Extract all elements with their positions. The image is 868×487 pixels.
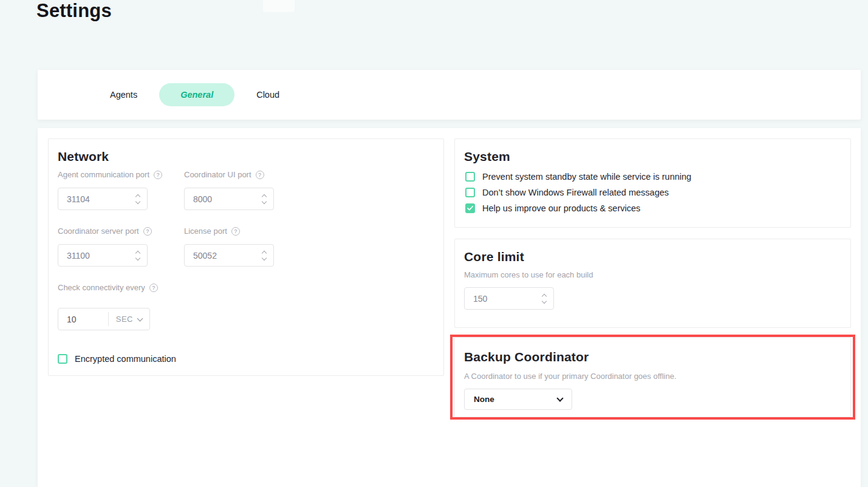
agent-communication-port-label: Agent communication port ? bbox=[58, 170, 162, 179]
checkbox-checked-icon[interactable] bbox=[465, 203, 475, 213]
chevron-up-icon[interactable] bbox=[262, 250, 267, 255]
chevron-up-icon[interactable] bbox=[135, 194, 140, 199]
checkbox-label: Help us improve our products & services bbox=[482, 203, 640, 213]
chevron-down-icon[interactable] bbox=[542, 298, 547, 303]
number-stepper[interactable] bbox=[262, 195, 266, 203]
chevron-down-icon[interactable] bbox=[262, 199, 267, 203]
field-label-text: Coordinator UI port bbox=[184, 170, 251, 179]
number-stepper[interactable] bbox=[136, 195, 140, 203]
checkmark-icon bbox=[467, 206, 473, 211]
coordinator-server-port-label: Coordinator server port ? bbox=[58, 226, 152, 236]
page-title: Settings bbox=[36, 0, 112, 22]
input-value: 50052 bbox=[193, 251, 262, 261]
chevron-down-icon[interactable] bbox=[135, 255, 140, 260]
input-value: 31100 bbox=[67, 251, 136, 261]
checkbox-unchecked-icon[interactable] bbox=[465, 172, 475, 182]
coordinator-ui-port-input[interactable]: 8000 bbox=[184, 188, 274, 210]
help-icon[interactable]: ? bbox=[154, 171, 162, 179]
tab-cloud[interactable]: Cloud bbox=[242, 83, 294, 106]
help-icon[interactable]: ? bbox=[231, 227, 240, 236]
chevron-down-icon bbox=[137, 315, 143, 321]
unit-select[interactable]: SEC bbox=[109, 315, 149, 324]
unit-value: SEC bbox=[116, 315, 133, 324]
input-value: 31104 bbox=[67, 194, 136, 204]
improve-products-checkbox-row[interactable]: Help us improve our products & services bbox=[465, 203, 640, 213]
input-value: 150 bbox=[473, 294, 542, 304]
system-heading: System bbox=[464, 149, 510, 164]
field-label-text: License port bbox=[184, 226, 227, 236]
chevron-up-icon[interactable] bbox=[542, 293, 547, 298]
select-value: None bbox=[474, 395, 494, 404]
top-ghost-box bbox=[263, 0, 295, 12]
backup-coordinator-heading: Backup Coordinator bbox=[464, 350, 589, 364]
license-port-input[interactable]: 50052 bbox=[184, 244, 274, 267]
input-value: 10 bbox=[58, 315, 108, 324]
checkbox-label: Encrypted communication bbox=[75, 354, 176, 364]
agent-communication-port-input[interactable]: 31104 bbox=[58, 188, 148, 210]
core-limit-heading: Core limit bbox=[464, 250, 524, 264]
core-limit-section: Core limit Maximum cores to use for each… bbox=[454, 239, 851, 328]
number-stepper[interactable] bbox=[542, 295, 546, 303]
chevron-up-icon[interactable] bbox=[135, 250, 140, 255]
system-section: System Prevent system standby state whil… bbox=[454, 138, 851, 228]
tab-general[interactable]: General bbox=[159, 83, 234, 106]
coordinator-ui-port-label: Coordinator UI port ? bbox=[184, 170, 264, 179]
chevron-down-icon[interactable] bbox=[135, 199, 140, 203]
backup-coordinator-select[interactable]: None bbox=[464, 389, 572, 410]
settings-tab-bar: Agents General Cloud bbox=[38, 70, 861, 120]
chevron-down-icon[interactable] bbox=[262, 255, 267, 260]
firewall-messages-checkbox-row[interactable]: Don’t show Windows Firewall related mess… bbox=[465, 188, 669, 197]
prevent-standby-checkbox-row[interactable]: Prevent system standby state while servi… bbox=[465, 172, 691, 182]
field-label-text: Check connectivity every bbox=[58, 283, 145, 292]
checkbox-unchecked-icon[interactable] bbox=[465, 188, 475, 197]
number-stepper[interactable] bbox=[136, 251, 140, 260]
backup-coordinator-subtitle: A Coordinator to use if your primary Coo… bbox=[464, 372, 677, 381]
core-limit-input[interactable]: 150 bbox=[464, 287, 554, 310]
chevron-up-icon[interactable] bbox=[262, 194, 267, 199]
field-label-text: Coordinator server port bbox=[58, 226, 139, 236]
backup-coordinator-section: Backup Coordinator A Coordinator to use … bbox=[454, 337, 851, 417]
tab-agents[interactable]: Agents bbox=[95, 83, 152, 106]
help-icon[interactable]: ? bbox=[143, 227, 152, 236]
input-value: 8000 bbox=[193, 194, 262, 204]
license-port-label: License port ? bbox=[184, 226, 240, 236]
help-icon[interactable]: ? bbox=[256, 171, 264, 179]
encrypted-communication-checkbox-row[interactable]: Encrypted communication bbox=[58, 354, 176, 364]
help-icon[interactable]: ? bbox=[149, 284, 158, 292]
core-limit-subtitle: Maximum cores to use for each build bbox=[464, 270, 593, 279]
check-connectivity-label: Check connectivity every ? bbox=[58, 283, 158, 292]
checkbox-label: Prevent system standby state while servi… bbox=[482, 172, 691, 182]
coordinator-server-port-input[interactable]: 31100 bbox=[58, 244, 148, 267]
checkbox-unchecked-icon[interactable] bbox=[58, 354, 67, 364]
checkbox-label: Don’t show Windows Firewall related mess… bbox=[482, 188, 669, 197]
number-stepper[interactable] bbox=[262, 251, 266, 260]
network-heading: Network bbox=[58, 149, 109, 164]
check-connectivity-input[interactable]: 10 SEC bbox=[58, 308, 150, 330]
field-label-text: Agent communication port bbox=[58, 170, 149, 179]
chevron-down-icon bbox=[556, 395, 563, 401]
network-section: Network Agent communication port ? Coord… bbox=[48, 138, 444, 376]
